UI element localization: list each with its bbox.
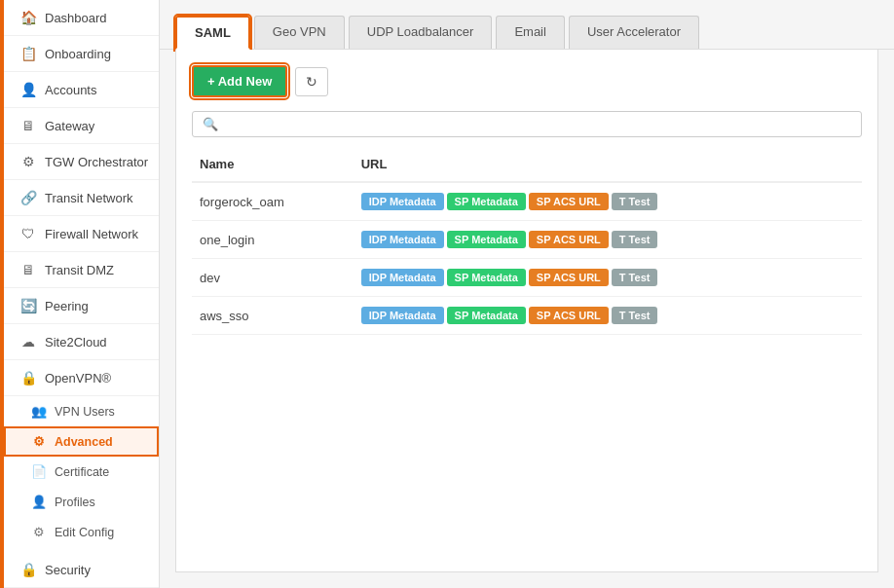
col-url-header: URL bbox=[354, 147, 862, 182]
search-input[interactable] bbox=[222, 117, 851, 131]
security-icon: 🔒 bbox=[19, 562, 37, 577]
badge-idp[interactable]: IDP Metadata bbox=[361, 231, 444, 248]
sidebar-item-label: TGW Orchestrator bbox=[45, 155, 148, 169]
tgw-icon: ⚙ bbox=[19, 154, 37, 169]
cell-url: IDP MetadataSP MetadataSP ACS URLT Test bbox=[354, 297, 862, 335]
sidebar-item-site2cloud[interactable]: ☁ Site2Cloud bbox=[4, 324, 159, 360]
tab-email[interactable]: Email bbox=[496, 16, 565, 49]
sidebar-item-transit-network[interactable]: 🔗 Transit Network bbox=[4, 180, 159, 216]
sidebar-item-accounts[interactable]: 👤 Accounts bbox=[4, 72, 159, 108]
sidebar-sub-item-certificate[interactable]: 📄 Certificate bbox=[4, 457, 159, 487]
sidebar-item-openvpn[interactable]: 🔒 OpenVPN® bbox=[4, 360, 159, 396]
sidebar-sub-label: Advanced bbox=[55, 435, 113, 449]
tab-saml[interactable]: SAML bbox=[175, 16, 250, 50]
tabs-bar: SAML Geo VPN UDP Loadbalancer Email User… bbox=[160, 0, 894, 50]
search-icon: 🔍 bbox=[203, 117, 218, 131]
sidebar-sub-item-edit-config[interactable]: ⚙ Edit Config bbox=[4, 517, 159, 547]
cell-url: IDP MetadataSP MetadataSP ACS URLT Test bbox=[354, 182, 862, 221]
sidebar-item-firewall-network[interactable]: 🛡 Firewall Network bbox=[4, 216, 159, 252]
badge-test[interactable]: T Test bbox=[612, 307, 658, 324]
toolbar: + Add New ↻ bbox=[192, 65, 862, 97]
add-new-button[interactable]: + Add New bbox=[192, 65, 287, 97]
data-table: Name URL forgerock_oamIDP MetadataSP Met… bbox=[192, 147, 862, 335]
sidebar-item-label: Peering bbox=[45, 299, 89, 313]
sidebar-item-label: Security bbox=[45, 563, 91, 577]
profiles-icon: 👤 bbox=[31, 495, 47, 509]
openvpn-icon: 🔒 bbox=[19, 370, 37, 386]
badge-acs[interactable]: SP ACS URL bbox=[529, 307, 609, 324]
badge-idp[interactable]: IDP Metadata bbox=[361, 269, 444, 286]
cell-name: one_login bbox=[192, 221, 354, 259]
refresh-icon: ↻ bbox=[306, 74, 317, 90]
cell-name: aws_sso bbox=[192, 297, 354, 335]
badge-sp[interactable]: SP Metadata bbox=[447, 307, 526, 324]
badge-idp[interactable]: IDP Metadata bbox=[361, 193, 444, 210]
table-row: forgerock_oamIDP MetadataSP MetadataSP A… bbox=[192, 182, 862, 221]
sidebar-item-label: Transit DMZ bbox=[45, 263, 114, 277]
sidebar-item-label: Transit Network bbox=[45, 191, 133, 205]
sidebar-sub-item-profiles[interactable]: 👤 Profiles bbox=[4, 487, 159, 517]
sidebar-item-dashboard[interactable]: 🏠 Dashboard bbox=[4, 0, 159, 36]
sidebar-item-label: OpenVPN® bbox=[45, 371, 111, 386]
tab-udp-loadbalancer[interactable]: UDP Loadbalancer bbox=[349, 16, 493, 49]
dashboard-icon: 🏠 bbox=[19, 10, 37, 25]
sidebar-item-label: Onboarding bbox=[45, 47, 111, 61]
transit-network-icon: 🔗 bbox=[19, 190, 37, 205]
search-container: 🔍 bbox=[192, 111, 862, 137]
badge-test[interactable]: T Test bbox=[612, 231, 658, 248]
badge-test[interactable]: T Test bbox=[612, 193, 658, 210]
cell-name: dev bbox=[192, 259, 354, 297]
badge-test[interactable]: T Test bbox=[612, 269, 658, 286]
sidebar-sub-label: Profiles bbox=[55, 496, 95, 509]
firewall-icon: 🛡 bbox=[19, 226, 37, 241]
sidebar-item-label: Accounts bbox=[45, 83, 96, 97]
certificate-icon: 📄 bbox=[31, 464, 47, 479]
badge-acs[interactable]: SP ACS URL bbox=[529, 269, 609, 286]
table-row: devIDP MetadataSP MetadataSP ACS URLT Te… bbox=[192, 259, 862, 297]
badge-idp[interactable]: IDP Metadata bbox=[361, 307, 444, 324]
badge-acs[interactable]: SP ACS URL bbox=[529, 231, 609, 248]
cell-url: IDP MetadataSP MetadataSP ACS URLT Test bbox=[354, 259, 862, 297]
edit-config-icon: ⚙ bbox=[31, 525, 47, 539]
badge-sp[interactable]: SP Metadata bbox=[447, 231, 526, 248]
sidebar-sub-label: Certificate bbox=[55, 465, 109, 479]
table-row: one_loginIDP MetadataSP MetadataSP ACS U… bbox=[192, 221, 862, 259]
gateway-icon: 🖥 bbox=[19, 118, 37, 133]
cell-url: IDP MetadataSP MetadataSP ACS URLT Test bbox=[354, 221, 862, 259]
cell-name: forgerock_oam bbox=[192, 182, 354, 221]
sidebar-item-gateway[interactable]: 🖥 Gateway bbox=[4, 108, 159, 144]
sidebar-sub-label: Edit Config bbox=[55, 526, 114, 539]
badge-acs[interactable]: SP ACS URL bbox=[529, 193, 609, 210]
site2cloud-icon: ☁ bbox=[19, 334, 37, 349]
transit-dmz-icon: 🖥 bbox=[19, 262, 37, 277]
sidebar: 🏠 Dashboard 📋 Onboarding 👤 Accounts 🖥 Ga… bbox=[4, 0, 160, 588]
sidebar-item-label: Firewall Network bbox=[45, 227, 138, 241]
badge-sp[interactable]: SP Metadata bbox=[447, 269, 526, 286]
refresh-button[interactable]: ↻ bbox=[295, 67, 328, 96]
sidebar-sub-item-vpn-users[interactable]: 👥 VPN Users bbox=[4, 396, 159, 426]
tab-geo-vpn[interactable]: Geo VPN bbox=[254, 16, 345, 49]
sidebar-item-security[interactable]: 🔒 Security bbox=[4, 552, 159, 588]
accounts-icon: 👤 bbox=[19, 82, 37, 97]
sidebar-sub-item-advanced[interactable]: ⚙ Advanced bbox=[4, 426, 159, 457]
sidebar-item-peering[interactable]: 🔄 Peering bbox=[4, 288, 159, 324]
main-content: SAML Geo VPN UDP Loadbalancer Email User… bbox=[160, 0, 894, 588]
sidebar-item-tgw-orchestrator[interactable]: ⚙ TGW Orchestrator bbox=[4, 144, 159, 180]
sidebar-item-label: Site2Cloud bbox=[45, 335, 107, 349]
vpn-users-icon: 👥 bbox=[31, 404, 47, 419]
table-row: aws_ssoIDP MetadataSP MetadataSP ACS URL… bbox=[192, 297, 862, 335]
tab-user-accelerator[interactable]: User Accelerator bbox=[569, 16, 699, 49]
col-name-header: Name bbox=[192, 147, 354, 182]
sidebar-item-label: Dashboard bbox=[45, 11, 107, 25]
sidebar-item-transit-dmz[interactable]: 🖥 Transit DMZ bbox=[4, 252, 159, 288]
advanced-icon: ⚙ bbox=[31, 434, 47, 449]
sidebar-item-label: Gateway bbox=[45, 119, 94, 133]
sidebar-sub-label: VPN Users bbox=[55, 405, 115, 419]
onboarding-icon: 📋 bbox=[19, 46, 37, 61]
content-panel: + Add New ↻ 🔍 Name URL forgerock_oamIDP … bbox=[175, 50, 878, 572]
peering-icon: 🔄 bbox=[19, 298, 37, 313]
sidebar-item-onboarding[interactable]: 📋 Onboarding bbox=[4, 36, 159, 72]
badge-sp[interactable]: SP Metadata bbox=[447, 193, 526, 210]
